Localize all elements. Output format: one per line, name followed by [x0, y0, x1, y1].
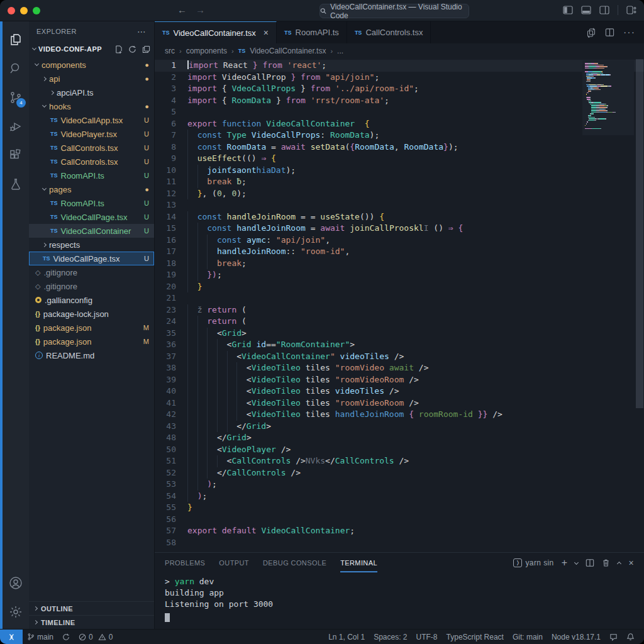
tree-item--gitignore[interactable]: ◇.gitignore: [29, 265, 154, 279]
refresh-icon[interactable]: [128, 45, 136, 53]
close-window-button[interactable]: [8, 7, 15, 14]
tree-item-api[interactable]: api●: [29, 72, 154, 86]
editor-tab[interactable]: TSVideoCallContainer.tsx×: [155, 21, 277, 43]
terminal-dropdown-icon[interactable]: [574, 560, 579, 565]
code-line-58[interactable]: 58: [155, 537, 644, 549]
tree-item-readme-md[interactable]: iREADME.md: [29, 348, 154, 362]
toggle-panel-icon[interactable]: [581, 6, 591, 14]
tree-item-pages[interactable]: pages●: [29, 182, 154, 196]
tree-item-videocallpage-tsx[interactable]: TSVideoCallPage.tsxU: [29, 252, 154, 265]
code-line-19[interactable]: 19 });: [155, 269, 644, 281]
notifications-button[interactable]: [622, 630, 639, 644]
code-line-15[interactable]: 15 const handleJoinRoom = await joinCall…: [155, 223, 644, 235]
code-line-12[interactable]: 12 }, (0, 0);: [155, 188, 644, 200]
maximize-panel-icon[interactable]: [617, 561, 621, 565]
breadcrumb-item[interactable]: components: [186, 47, 227, 55]
code-line-7[interactable]: 7 const Type VideoCallProps: RoomData);: [155, 130, 644, 142]
tree-item--gallianconfig[interactable]: .gallianconfig: [29, 293, 154, 307]
minimap[interactable]: [582, 60, 634, 135]
code-line-50[interactable]: 50 <VideoPlayer />: [155, 444, 644, 456]
tree-item-respects[interactable]: respects: [29, 238, 154, 252]
accounts-button[interactable]: [3, 569, 29, 597]
tree-item-components[interactable]: components●: [29, 58, 154, 72]
code-line-4[interactable]: 4import { RoomData } from 'rrst/room-ata…: [155, 95, 644, 107]
panel-tab-terminal[interactable]: TERMINAL: [340, 553, 377, 572]
zoom-window-button[interactable]: [33, 7, 40, 14]
code-line-14[interactable]: 14 const handleJoinRoom = = useState()) …: [155, 211, 644, 223]
feedback-button[interactable]: [605, 630, 622, 644]
code-line-52[interactable]: 52 </CallControls />: [155, 467, 644, 479]
statusbar-item[interactable]: TypeScript React: [442, 630, 508, 644]
code-line-35[interactable]: 35 <Grid>: [155, 328, 644, 340]
tree-item-package-json[interactable]: {}package.jsonM: [29, 321, 154, 335]
code-line-2[interactable]: 2import VideoCallProp } from "api/join";: [155, 72, 644, 84]
tab-close-icon[interactable]: ×: [264, 28, 269, 38]
statusbar-item[interactable]: Git: main: [508, 630, 547, 644]
code-line-53[interactable]: 53 );: [155, 479, 644, 491]
code-line-42[interactable]: 42 <VideoTileo tiles handleJoinRoom { ro…: [155, 409, 644, 421]
code-line-41[interactable]: 41 <VideoTileo tiles "roomVideoRoom />: [155, 397, 644, 409]
history-forward-icon[interactable]: →: [196, 4, 205, 15]
code-line-23[interactable]: 23 ž return (: [155, 304, 644, 316]
code-line-3[interactable]: 3import { VdeoCallProps } from '../api/r…: [155, 83, 644, 95]
breadcrumb-item[interactable]: VideoCallContainer.tsx: [250, 47, 326, 55]
code-line-17[interactable]: 17 handleJoinRoom:: "room-id",: [155, 246, 644, 258]
code-line-21[interactable]: 21: [155, 292, 644, 304]
open-changes-icon[interactable]: [586, 28, 596, 38]
minimize-window-button[interactable]: [20, 7, 28, 14]
tree-item-apciapi-ts[interactable]: apciAPI.ts: [29, 86, 154, 99]
code-line-10[interactable]: 10 joinťsaonthiaDat);: [155, 165, 644, 177]
code-line-24[interactable]: 24 return (: [155, 316, 644, 328]
timeline-section[interactable]: TIMELINE: [29, 615, 154, 629]
command-center-search[interactable]: VideoCallContainer.tsx — Visual Studio C…: [319, 4, 469, 18]
panel-tab-output[interactable]: OUTPUT: [219, 553, 249, 572]
statusbar-item[interactable]: Ln 1, Col 1: [324, 630, 369, 644]
sync-status[interactable]: [58, 630, 74, 644]
remote-indicator[interactable]: [0, 630, 23, 644]
tree-item-callcontrols-tsx[interactable]: TSCallControls.tsxU: [29, 155, 154, 169]
editor-more-actions-icon[interactable]: ···: [623, 27, 635, 38]
toggle-secondary-sidebar-icon[interactable]: [599, 6, 609, 14]
statusbar-item[interactable]: UTF-8: [412, 630, 442, 644]
tree-item-package-json[interactable]: {}package.jsonM: [29, 335, 154, 348]
panel-tab-debug-console[interactable]: DEBUG CONSOLE: [263, 553, 326, 572]
panel-tab-problems[interactable]: PROBLEMS: [165, 553, 205, 572]
code-line-1[interactable]: 1import React } from 'react';: [155, 60, 644, 72]
explorer-more-actions-icon[interactable]: ⋯: [137, 26, 147, 36]
activity-explorer[interactable]: [3, 25, 29, 54]
tree-item-package-lock-json[interactable]: {}package-lock.json: [29, 307, 154, 321]
code-line-51[interactable]: 51 <CallControls />NVks</CallControls />: [155, 455, 644, 467]
activity-search[interactable]: [3, 54, 29, 83]
tree-item-videocallpage-tsx[interactable]: TSVideoCallPage.tsxU: [29, 210, 154, 224]
settings-button[interactable]: [3, 597, 29, 626]
code-line-13[interactable]: 13: [155, 199, 644, 211]
scrollbar-thumb[interactable]: [636, 59, 643, 408]
code-line-16[interactable]: 16 const aymc: "api/join",: [155, 235, 644, 247]
history-back-icon[interactable]: ←: [177, 4, 187, 15]
code-line-54[interactable]: 54 );: [155, 491, 644, 502]
editor-tab[interactable]: TSRoomAPI.ts: [277, 21, 347, 43]
code-line-9[interactable]: 9 useEffect(() ⇒ {: [155, 153, 644, 165]
activity-source-control[interactable]: 4: [3, 83, 29, 112]
statusbar-item[interactable]: Node v18.17.1: [547, 630, 605, 644]
code-line-55[interactable]: 55}: [155, 502, 644, 514]
code-line-39[interactable]: 39 <VideoTileo tiles "roomVideoRoom />: [155, 374, 644, 386]
outline-section[interactable]: OUTLINE: [29, 601, 154, 615]
tree-item-videocallcontainer[interactable]: TSVideoCallContainerU: [29, 224, 154, 238]
git-branch-status[interactable]: main: [23, 630, 58, 644]
code-line-6[interactable]: 6export function VideoCallContainer {: [155, 118, 644, 130]
new-file-icon[interactable]: [114, 45, 123, 53]
tree-item-roomapi-ts[interactable]: TSRoomAPI.tsU: [29, 169, 154, 182]
kill-terminal-icon[interactable]: [602, 558, 610, 567]
code-line-11[interactable]: 11 break ƀ;: [155, 176, 644, 188]
code-line-8[interactable]: 8 const RoomData = await setData({RoomDa…: [155, 142, 644, 153]
editor-tab[interactable]: TSCallControls.tsx: [347, 21, 431, 43]
breadcrumb-item[interactable]: ...: [337, 47, 343, 55]
terminal-output[interactable]: > yarn devbuilding appListening on port …: [155, 572, 644, 629]
tree-item-videoplayer-tsx[interactable]: TSVideoPlayer.tsxU: [29, 127, 154, 141]
toggle-sidebar-icon[interactable]: [563, 6, 573, 14]
close-panel-icon[interactable]: ×: [628, 558, 634, 568]
code-editor[interactable]: 1import React } from 'react';2import Vid…: [155, 58, 644, 552]
activity-testing[interactable]: [3, 170, 29, 199]
code-line-40[interactable]: 40 <VideoTileo tiles videoTiles />: [155, 386, 644, 397]
